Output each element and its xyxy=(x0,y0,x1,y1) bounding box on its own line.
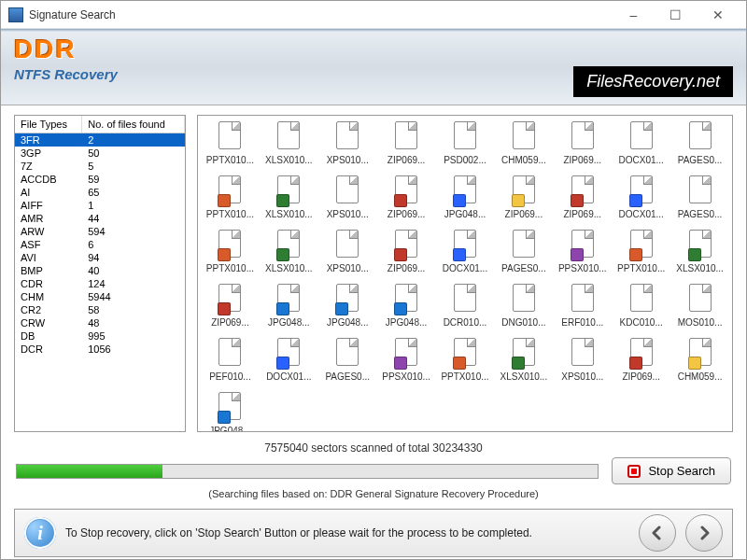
file-item[interactable]: PPTX010... xyxy=(202,228,259,280)
file-item[interactable]: DOCX01... xyxy=(261,336,317,388)
file-item[interactable]: XLSX010... xyxy=(261,228,317,280)
file-item[interactable]: XPS010... xyxy=(319,228,376,280)
filetype-row[interactable]: CR258 xyxy=(15,303,185,316)
file-item[interactable]: JPG048... xyxy=(261,282,317,334)
file-item[interactable]: ERF010... xyxy=(554,282,611,334)
maximize-button[interactable]: ☐ xyxy=(655,2,697,28)
filetypes-table: File Types No. of files found 3FR23GP507… xyxy=(15,116,185,356)
filetype-cell-count: 65 xyxy=(82,186,185,199)
file-item[interactable]: XLSX010... xyxy=(671,228,728,280)
file-item[interactable]: PSD002... xyxy=(437,119,494,172)
filetype-row[interactable]: 3FR2 xyxy=(15,133,185,147)
filetype-cell-count: 44 xyxy=(82,212,185,225)
file-item[interactable]: DOCX01... xyxy=(613,174,669,226)
file-item[interactable]: ZIP069... xyxy=(202,282,259,334)
main-area: File Types No. of files found 3FR23GP507… xyxy=(1,105,746,499)
file-name: ZIP069... xyxy=(563,209,601,219)
filetype-row[interactable]: AI65 xyxy=(15,186,185,199)
files-grid: PPTX010...XLSX010...XPS010...ZIP069...PS… xyxy=(198,116,732,432)
file-name: PEF010... xyxy=(209,371,250,382)
file-name: XLSX010... xyxy=(265,209,313,219)
file-item[interactable]: PPTX010... xyxy=(437,336,494,388)
file-item[interactable]: PAGES0... xyxy=(319,336,376,388)
file-item[interactable]: DCR010... xyxy=(437,282,494,334)
file-item[interactable]: JPG048... xyxy=(319,282,376,334)
file-item[interactable]: PAGES0... xyxy=(495,228,552,280)
ppt-file-icon xyxy=(218,194,231,207)
file-item[interactable]: XPS010... xyxy=(319,174,376,226)
filetype-row[interactable]: ACCDB59 xyxy=(15,173,185,186)
file-item[interactable]: DOCX01... xyxy=(613,119,669,172)
file-item[interactable]: CHM059... xyxy=(671,336,728,388)
chevron-left-icon xyxy=(650,525,665,540)
file-item[interactable]: ZIP069... xyxy=(378,228,435,280)
filetype-cell-type: 7Z xyxy=(15,160,82,173)
file-item[interactable]: XLSX010... xyxy=(261,174,317,226)
col-header-type[interactable]: File Types xyxy=(15,116,82,133)
jpg-file-icon xyxy=(218,411,231,424)
file-item[interactable]: ZIP069... xyxy=(378,174,435,226)
file-name: XPS010... xyxy=(327,263,369,273)
hint-text: To Stop recovery, click on 'Stop Search'… xyxy=(65,526,629,539)
file-item[interactable]: XLSX010... xyxy=(261,119,317,172)
filetype-row[interactable]: CDR124 xyxy=(15,277,185,290)
filetype-cell-count: 48 xyxy=(82,316,185,329)
file-item[interactable]: XPS010... xyxy=(554,336,611,388)
filetypes-panel[interactable]: File Types No. of files found 3FR23GP507… xyxy=(14,115,186,432)
filetype-row[interactable]: CHM5944 xyxy=(15,290,185,303)
file-name: XLSX010... xyxy=(500,371,548,382)
file-item[interactable]: ZIP069... xyxy=(554,174,611,226)
filetype-row[interactable]: CRW48 xyxy=(15,316,185,329)
file-name: DOCX01... xyxy=(443,263,487,273)
filetype-row[interactable]: DB995 xyxy=(15,329,185,343)
file-item[interactable]: CHM059... xyxy=(495,119,552,172)
filetype-cell-type: AI xyxy=(15,186,82,199)
filetype-row[interactable]: AMR44 xyxy=(15,212,185,225)
file-item[interactable]: PPSX010... xyxy=(554,228,611,280)
forward-button[interactable] xyxy=(685,514,723,552)
file-name: XPS010... xyxy=(327,209,369,219)
files-panel[interactable]: PPTX010...XLSX010...XPS010...ZIP069...PS… xyxy=(197,115,733,432)
file-name: PAGES0... xyxy=(501,263,546,273)
file-item[interactable]: PAGES0... xyxy=(671,119,728,172)
file-item[interactable]: ZIP069... xyxy=(378,119,435,172)
filetype-row[interactable]: ASF6 xyxy=(15,238,185,251)
file-name: DCR010... xyxy=(444,317,487,328)
back-button[interactable] xyxy=(639,514,676,552)
file-item[interactable]: MOS010... xyxy=(671,282,728,334)
filetype-row[interactable]: BMP40 xyxy=(15,264,185,277)
file-item[interactable]: PPTX010... xyxy=(613,228,669,280)
file-item[interactable]: PPSX010... xyxy=(378,336,435,388)
close-button[interactable]: ✕ xyxy=(697,2,739,28)
file-item[interactable]: PPTX010... xyxy=(202,119,259,172)
file-item[interactable]: DNG010... xyxy=(495,282,552,334)
minimize-button[interactable]: – xyxy=(613,2,655,28)
filetype-row[interactable]: DCR1056 xyxy=(15,343,185,356)
banner: DDR NTFS Recovery FilesRecovery.net xyxy=(1,29,746,105)
file-name: ZIP069... xyxy=(505,209,543,219)
ppt-file-icon xyxy=(218,248,231,261)
filetype-row[interactable]: 7Z5 xyxy=(15,160,185,173)
file-item[interactable]: PAGES0... xyxy=(671,174,728,226)
file-item[interactable]: XLSX010... xyxy=(495,336,552,388)
file-item[interactable]: ZIP069... xyxy=(554,119,611,172)
file-item[interactable]: PEF010... xyxy=(202,336,259,388)
col-header-count[interactable]: No. of files found xyxy=(82,116,185,133)
filetype-row[interactable]: ARW594 xyxy=(15,225,185,238)
file-item[interactable]: PPTX010... xyxy=(202,174,259,226)
file-item[interactable]: ZIP069... xyxy=(613,336,669,388)
filetype-row[interactable]: AIFF1 xyxy=(15,199,185,212)
file-name: PAGES0... xyxy=(678,155,723,165)
file-item[interactable]: JPG048... xyxy=(437,174,494,226)
pps-file-icon xyxy=(571,248,584,261)
filetype-row[interactable]: 3GP50 xyxy=(15,147,185,160)
filetype-cell-type: CHM xyxy=(15,290,82,303)
file-item[interactable]: ZIP069... xyxy=(495,174,552,226)
filetype-row[interactable]: AVI94 xyxy=(15,251,185,264)
file-item[interactable]: JPG048... xyxy=(378,282,435,334)
file-item[interactable]: DOCX01... xyxy=(437,228,494,280)
stop-search-button[interactable]: Stop Search xyxy=(612,457,731,484)
file-item[interactable]: JPG048... xyxy=(202,390,259,432)
file-item[interactable]: XPS010... xyxy=(319,119,376,172)
file-item[interactable]: KDC010... xyxy=(613,282,669,334)
